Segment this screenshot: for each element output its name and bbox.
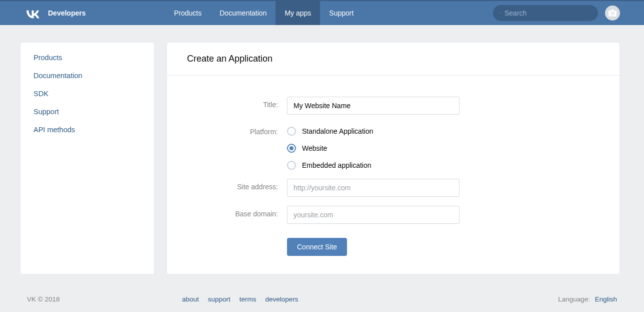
brand-text: Developers bbox=[48, 9, 86, 17]
main-panel: Create an Application Title: Platform: S… bbox=[166, 42, 620, 274]
radio-icon bbox=[287, 144, 296, 153]
footer-copyright: VK © 2018 bbox=[27, 295, 182, 303]
search-icon bbox=[499, 9, 500, 17]
connect-site-button[interactable]: Connect Site bbox=[287, 238, 347, 256]
radio-standalone[interactable]: Standalone Application bbox=[287, 127, 460, 136]
page-body: Products Documentation SDK Support API m… bbox=[0, 25, 644, 274]
row-base-domain: Base domain: bbox=[197, 206, 590, 224]
page-title: Create an Application bbox=[187, 54, 600, 64]
footer-links: about support terms developers bbox=[182, 295, 298, 303]
topbar-right bbox=[493, 5, 644, 21]
title-input[interactable] bbox=[287, 97, 460, 115]
search-input[interactable] bbox=[504, 9, 592, 17]
brand-area[interactable]: Developers bbox=[0, 8, 165, 19]
language-label: Language: bbox=[558, 295, 590, 303]
base-domain-input[interactable] bbox=[287, 206, 460, 224]
sidebar-item-products[interactable]: Products bbox=[20, 49, 154, 67]
sidebar-item-support[interactable]: Support bbox=[20, 103, 154, 121]
nav-products[interactable]: Products bbox=[165, 1, 210, 25]
footer-link-terms[interactable]: terms bbox=[240, 295, 256, 303]
sidebar-item-api-methods[interactable]: API methods bbox=[20, 121, 154, 139]
sidebar-item-sdk[interactable]: SDK bbox=[20, 85, 154, 103]
main-header: Create an Application bbox=[167, 43, 620, 76]
footer-language: Language: English bbox=[558, 295, 617, 303]
language-value[interactable]: English bbox=[595, 295, 617, 303]
site-address-input[interactable] bbox=[287, 179, 460, 197]
row-title: Title: bbox=[197, 97, 590, 115]
top-nav: Products Documentation My apps Support bbox=[165, 1, 362, 25]
row-platform: Platform: Standalone Application Website… bbox=[197, 124, 590, 170]
radio-label-website: Website bbox=[302, 144, 327, 152]
radio-label-embedded: Embedded application bbox=[302, 161, 372, 169]
label-platform: Platform: bbox=[197, 124, 287, 136]
platform-radio-group: Standalone Application Website Embedded … bbox=[287, 124, 460, 170]
label-title: Title: bbox=[197, 97, 287, 109]
radio-website[interactable]: Website bbox=[287, 144, 460, 153]
vk-logo-icon bbox=[24, 8, 42, 19]
create-app-form: Title: Platform: Standalone Application … bbox=[167, 76, 620, 274]
label-site-address: Site address: bbox=[197, 179, 287, 191]
radio-icon bbox=[287, 161, 296, 170]
radio-icon bbox=[287, 127, 296, 136]
topbar: Developers Products Documentation My app… bbox=[0, 0, 644, 25]
avatar-button[interactable] bbox=[605, 6, 620, 21]
nav-documentation[interactable]: Documentation bbox=[210, 1, 276, 25]
nav-my-apps[interactable]: My apps bbox=[276, 1, 320, 25]
label-base-domain: Base domain: bbox=[197, 206, 287, 218]
radio-embedded[interactable]: Embedded application bbox=[287, 161, 460, 170]
camera-icon bbox=[608, 10, 616, 17]
row-site-address: Site address: bbox=[197, 179, 590, 197]
footer: VK © 2018 about support terms developers… bbox=[0, 295, 644, 303]
nav-support[interactable]: Support bbox=[320, 1, 362, 25]
sidebar-item-documentation[interactable]: Documentation bbox=[20, 67, 154, 85]
footer-link-about[interactable]: about bbox=[182, 295, 199, 303]
footer-link-developers[interactable]: developers bbox=[266, 295, 298, 303]
footer-link-support[interactable]: support bbox=[208, 295, 230, 303]
sidebar: Products Documentation SDK Support API m… bbox=[20, 42, 154, 274]
radio-label-standalone: Standalone Application bbox=[302, 127, 373, 135]
search-box[interactable] bbox=[493, 5, 598, 21]
